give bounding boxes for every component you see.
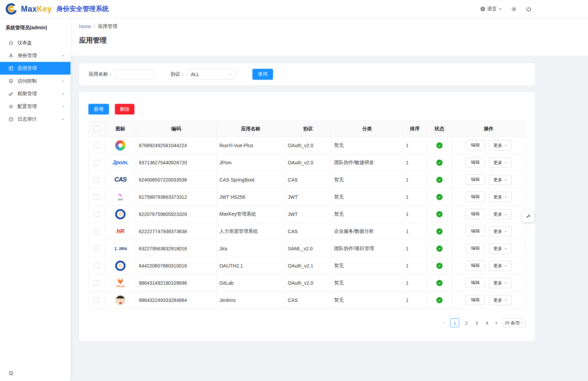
current-user-label: 系统管理员(admin) xyxy=(0,18,70,36)
app-protocol: JWT xyxy=(285,206,331,223)
app-subtitle: 身份安全管理系统 xyxy=(56,4,109,13)
pagination-next-button[interactable] xyxy=(494,321,498,325)
sidebar-item-audit-logs[interactable]: 日志审计 xyxy=(0,113,70,126)
page-head: home / 应用管理 应用管理 xyxy=(70,18,588,56)
more-button[interactable]: 更多 xyxy=(489,140,512,151)
more-button[interactable]: 更多 xyxy=(489,192,512,202)
protocol-select[interactable]: ALL xyxy=(187,69,236,80)
row-checkbox[interactable] xyxy=(94,194,99,200)
status-active-icon xyxy=(436,246,443,252)
logout-button[interactable] xyxy=(526,6,532,12)
status-active-icon xyxy=(436,194,443,200)
pagination-page-4[interactable]: 4 xyxy=(484,320,490,326)
row-checkbox[interactable] xyxy=(94,143,99,148)
app-name: Jira xyxy=(216,240,285,257)
app-code: 622076759805923328 xyxy=(136,206,216,223)
floating-theme-button[interactable] xyxy=(522,210,534,222)
status-active-icon xyxy=(436,160,443,166)
app-name: Jenkins xyxy=(216,292,285,309)
sidebar-collapse-button[interactable] xyxy=(8,370,14,376)
sidebar-item-configuration[interactable]: 配置管理 xyxy=(0,100,70,113)
edit-button[interactable]: 编辑 xyxy=(466,260,485,271)
pagination-page-2[interactable]: 2 xyxy=(463,320,469,326)
pagination-prev-button[interactable] xyxy=(442,321,446,325)
app-name-filter-input[interactable] xyxy=(115,69,154,79)
pagination-page-3[interactable]: 3 xyxy=(473,320,480,326)
status-active-icon xyxy=(436,297,443,303)
edit-button[interactable]: 编辑 xyxy=(466,140,485,150)
app-name: JWT HS256 xyxy=(216,188,285,206)
edit-button[interactable]: 编辑 xyxy=(466,226,485,236)
edit-button[interactable]: 编辑 xyxy=(466,243,485,253)
app-table-body: 876892492581044224 RuoYi-Vue-Plus OAuth_… xyxy=(89,137,526,309)
app-protocol: OAuth_v2.0 xyxy=(285,137,331,154)
pagination-page-1[interactable]: 1 xyxy=(450,318,459,327)
app-sort: 1 xyxy=(403,240,427,257)
add-button[interactable]: 新增 xyxy=(88,104,109,115)
more-button[interactable]: 更多 xyxy=(489,175,512,185)
edit-button[interactable]: 编辑 xyxy=(466,157,485,167)
row-checkbox[interactable] xyxy=(94,246,99,251)
app-name: RuoYi-Vue-Plus xyxy=(216,137,285,154)
select-all-checkbox[interactable] xyxy=(94,126,99,132)
row-checkbox[interactable] xyxy=(94,263,99,269)
page-size-select[interactable]: 10 条/页 xyxy=(502,318,526,327)
app-protocol: OAuth_v2.1 xyxy=(285,257,331,274)
sidebar-item-identity[interactable]: 身份管理 xyxy=(0,49,70,62)
edit-button[interactable]: 编辑 xyxy=(466,209,485,219)
more-button[interactable]: 更多 xyxy=(489,209,512,219)
app-protocol: CAS xyxy=(285,171,331,188)
chevron-down-icon xyxy=(499,7,502,11)
page-size-value: 10 条/页 xyxy=(505,320,520,326)
row-checkbox[interactable] xyxy=(94,297,99,303)
sidebar-item-permissions[interactable]: 权限管理 xyxy=(0,87,70,100)
app-sort: 1 xyxy=(403,206,427,223)
edit-button[interactable]: 编辑 xyxy=(466,192,485,202)
row-checkbox[interactable] xyxy=(94,211,99,217)
edit-button[interactable]: 编辑 xyxy=(466,295,485,305)
row-checkbox[interactable] xyxy=(94,280,99,286)
edit-button[interactable]: 编辑 xyxy=(466,277,485,288)
more-button[interactable]: 更多 xyxy=(489,226,512,237)
chevron-down-icon xyxy=(504,247,508,250)
protocol-filter-label: 协议： xyxy=(171,71,185,77)
language-switcher[interactable]: 语言 xyxy=(480,6,502,12)
app-category: 暂无 xyxy=(331,206,403,223)
search-button[interactable]: 查询 xyxy=(252,69,273,80)
dashboard-icon xyxy=(8,40,14,46)
breadcrumb-home-link[interactable]: home xyxy=(79,24,91,29)
app-code: 632279563832918016 xyxy=(136,240,216,257)
row-checkbox[interactable] xyxy=(94,177,99,183)
chevron-down-icon xyxy=(504,144,508,147)
sidebar-item-access-control[interactable]: 访问控制 xyxy=(0,75,70,87)
more-button[interactable]: 更多 xyxy=(489,295,512,305)
chevron-down-icon xyxy=(61,92,65,96)
more-button[interactable]: 更多 xyxy=(489,243,512,254)
more-button[interactable]: 更多 xyxy=(489,157,512,168)
settings-gear-button[interactable] xyxy=(511,6,517,12)
table-row: CAS 824008507220033536 CAS SpringBoot CA… xyxy=(89,171,526,188)
more-button[interactable]: 更多 xyxy=(489,261,512,271)
ruoyi-app-icon xyxy=(114,139,127,152)
status-active-icon xyxy=(436,142,443,149)
chevron-down-icon xyxy=(504,230,508,233)
brand-name: MaxKey xyxy=(21,4,52,14)
table-toolbar: 新增 删除 xyxy=(88,104,526,115)
delete-button[interactable]: 删除 xyxy=(115,104,134,115)
row-checkbox[interactable] xyxy=(94,229,99,234)
table-row: GitLab 986431492190109696 GitLab OAuth_v… xyxy=(89,274,526,292)
chevron-down-icon xyxy=(504,264,508,268)
edit-button[interactable]: 编辑 xyxy=(466,174,485,185)
protocol-select-value: ALL xyxy=(191,72,199,77)
app-protocol: CAS xyxy=(285,223,331,240)
app-code: 824008507220033536 xyxy=(136,171,216,188)
app-sort: 1 xyxy=(403,292,427,309)
person-icon xyxy=(8,53,14,58)
table-row: JIRA 632279563832918016 Jira SAML_v2.0 团… xyxy=(89,240,526,257)
page-title: 应用管理 xyxy=(79,36,588,45)
clock-icon xyxy=(8,117,14,122)
more-button[interactable]: 更多 xyxy=(489,278,512,288)
sidebar-item-dashboard[interactable]: 仪表盘 xyxy=(0,36,70,49)
row-checkbox[interactable] xyxy=(94,160,99,165)
sidebar-item-applications[interactable]: 应用管理 xyxy=(0,62,70,75)
